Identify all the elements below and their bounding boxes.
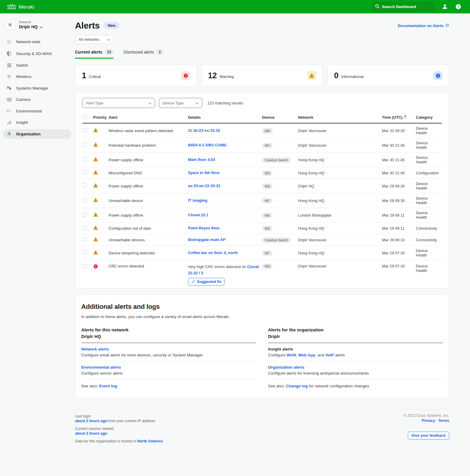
alert-details: IT imaging (188, 198, 262, 203)
hosting-region-link[interactable]: North America (137, 439, 163, 443)
suggested-fix-button[interactable]: Suggested fix (188, 278, 225, 286)
give-feedback-button[interactable]: Give your feedback (408, 432, 449, 439)
detail-link[interactable]: Spare in 5th floor (188, 170, 220, 175)
alert-name: Power supply offline (109, 158, 188, 162)
detail-link[interactable]: Point Reyes floor (188, 226, 220, 230)
table-row: Power supply offlineMain floor 4.03Catal… (82, 153, 442, 167)
column-time[interactable]: Time (UTC) (382, 115, 416, 120)
row-checkbox[interactable] (82, 128, 87, 132)
detail-link[interactable]: IT imaging (188, 198, 207, 203)
tab-dismissed-alerts[interactable]: Dismissed alerts2 (123, 49, 163, 59)
alert-type-filter[interactable]: Alert Type (82, 98, 155, 108)
sort-icon[interactable] (404, 115, 407, 120)
voip-link[interactable]: VoIP (325, 353, 334, 357)
alert-name: Device tampering detected (109, 251, 188, 255)
last-login-time-link[interactable]: about 2 hours ago (75, 419, 107, 423)
event-log-link[interactable]: Event log (99, 384, 117, 388)
alert-details: BISH-4-1-SW1-CAMS (188, 142, 262, 148)
detail-link[interactable]: BISH-4-1-SW1-CAMS (188, 143, 226, 147)
table-row: Configuration out of datePoint Reyes flo… (82, 223, 442, 234)
search-input[interactable] (382, 4, 431, 9)
sidebar-item-systems-manager[interactable]: Systems Manager (3, 83, 71, 93)
column-device: Device (262, 115, 298, 120)
sidebar-item-security-sd-wan[interactable]: Security & SD-WAN (3, 49, 71, 59)
wan-link[interactable]: WAN (286, 353, 296, 357)
detail-link[interactable]: Closet 22.1 (188, 213, 209, 217)
column-priority: Priority (93, 115, 109, 120)
organization-alerts-link[interactable]: Organization alerts (268, 365, 304, 369)
row-checkbox[interactable] (82, 212, 87, 217)
sidebar-item-camera[interactable]: Camera (3, 95, 71, 104)
row-checkbox[interactable] (82, 250, 87, 255)
row-checkbox[interactable] (82, 143, 87, 147)
device-badge: MS (262, 213, 272, 218)
chevron-down-icon (148, 101, 151, 105)
shield-icon (7, 51, 12, 56)
topbar-divider (366, 4, 366, 10)
organization-alerts-column: Alerts for the organization Driplr Insig… (268, 327, 443, 388)
sidebar-item-wireless[interactable]: Wireless (3, 72, 71, 81)
meraki-logo[interactable]: cisco Meraki (7, 4, 34, 10)
privacy-link[interactable]: Privacy (422, 419, 435, 423)
change-log-link[interactable]: Change log (286, 384, 308, 388)
alert-details: Main floor 4.03 (188, 157, 262, 163)
alert-category: Device Health (416, 248, 442, 257)
dashboard-search[interactable] (372, 2, 434, 11)
user-account-icon[interactable] (442, 4, 448, 10)
detail-link[interactable]: 11:3e:23:ss:33:33 (188, 128, 220, 133)
svg-text:?: ? (457, 5, 459, 9)
sidebar-item-switch[interactable]: Switch (3, 61, 71, 70)
column-category: Category (416, 115, 442, 120)
detail-link[interactable]: Bishopgate main AP (188, 237, 225, 242)
sidebar-item-label: Environmental (16, 109, 42, 113)
alert-name: Unreachable devices (109, 238, 188, 242)
alert-name: Power supply offline (109, 184, 188, 188)
network-switcher[interactable]: Network Driplr HQ (0, 18, 74, 35)
sidebar-item-insight[interactable]: Insight (3, 118, 71, 127)
sidebar-item-organization[interactable]: Organization (3, 129, 71, 139)
session-label: Current session started (75, 427, 163, 431)
alerts-table-card: Alert Type Device Type 123 matching resu… (75, 92, 449, 289)
help-icon[interactable]: ? (455, 4, 461, 10)
detail-link[interactable]: as:33:ee:33:33:33 (188, 184, 220, 188)
network-name: Driplr HQ (19, 24, 37, 29)
row-checkbox[interactable] (82, 237, 87, 242)
sidebar-item-environmental[interactable]: Environmental (3, 106, 71, 116)
camera-icon (7, 98, 12, 102)
web-app-link[interactable]: Web App (298, 353, 315, 357)
device-type-filter[interactable]: Device Type (159, 98, 202, 108)
last-login-label: Last login (75, 414, 163, 418)
alert-config-item: Environmental alertsConfigure sensor ale… (81, 361, 256, 379)
wireless-icon (7, 75, 12, 79)
terms-link[interactable]: Terms (438, 419, 449, 423)
chevron-down-icon (107, 37, 110, 42)
alert-config-item: Insight alertsConfigure WAN, Web App, an… (268, 343, 443, 361)
table-row: Misconfigured DNSMain area 33-0001MSHong… (82, 289, 442, 289)
row-checkbox[interactable] (82, 264, 87, 268)
networks-filter-select[interactable]: All networks (75, 35, 114, 44)
row-checkbox[interactable] (82, 183, 87, 188)
select-all-checkbox[interactable] (82, 115, 87, 119)
device-badge: Catalyst Switch (262, 157, 291, 163)
alert-details: Closet 22.1 (188, 212, 262, 218)
alert-network: Driplr Vancouver (298, 238, 382, 242)
matching-results-count: 123 matching results (207, 101, 243, 105)
systems-manager-icon (7, 86, 12, 90)
sidebar-item-label: Switch (16, 63, 28, 68)
session-time-link[interactable]: about 2 hours ago (75, 431, 107, 436)
alert-category: Device Health (416, 211, 442, 220)
row-checkbox[interactable] (82, 198, 87, 202)
warning-priority-icon (93, 129, 98, 134)
sidebar-item-network-wide[interactable]: Network-wide (3, 37, 71, 47)
documentation-link[interactable]: Documentation on Alerts (398, 23, 449, 28)
column-alert: Alert (109, 115, 188, 120)
device-badge: MT (262, 250, 272, 256)
row-checkbox[interactable] (82, 226, 87, 230)
network-alerts-link[interactable]: Network alerts (81, 347, 109, 351)
tab-current-alerts[interactable]: Current alerts13 (75, 49, 113, 59)
row-checkbox[interactable] (82, 170, 87, 175)
detail-link[interactable]: Main floor 4.03 (188, 157, 215, 162)
detail-link[interactable]: Coffee bar on floor 4, north (188, 250, 238, 255)
environmental-alerts-link[interactable]: Environmental alerts (81, 365, 121, 369)
row-checkbox[interactable] (82, 157, 87, 162)
